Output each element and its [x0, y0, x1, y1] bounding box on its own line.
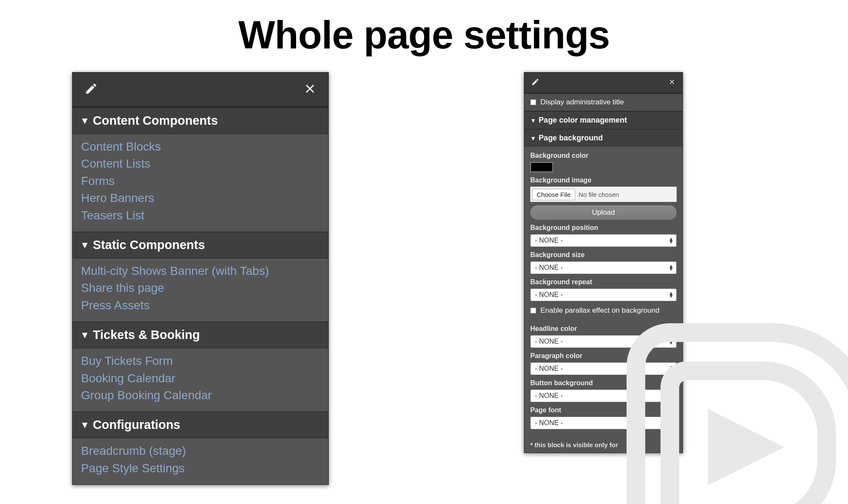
bg-repeat-label: Background repeat	[530, 278, 677, 286]
admin-title-row[interactable]: Display administrative title	[524, 94, 683, 111]
link-share-page[interactable]: Share this page	[81, 280, 320, 297]
section-static-components[interactable]: ▼Static Components	[73, 232, 328, 258]
link-content-blocks[interactable]: Content Blocks	[81, 138, 320, 155]
link-teasers-list[interactable]: Teasers List	[81, 207, 320, 224]
close-icon[interactable]	[304, 82, 316, 97]
bg-size-label: Background size	[530, 251, 677, 259]
panel-header	[524, 73, 683, 94]
file-input-row: Choose File No file chosen	[530, 187, 677, 202]
section-body: Buy Tickets Form Booking Calendar Group …	[73, 348, 328, 412]
caret-down-icon: ▼	[80, 420, 90, 430]
link-press-assets[interactable]: Press Assets	[81, 297, 320, 314]
bg-position-label: Background position	[530, 224, 677, 232]
select-value: - NONE -	[535, 264, 563, 272]
admin-title-checkbox[interactable]	[530, 99, 536, 105]
upload-button[interactable]: Upload	[530, 205, 677, 220]
slide-title: Whole page settings	[0, 13, 848, 57]
bg-position-select[interactable]: - NONE - ▲▼	[530, 234, 677, 247]
select-value: - NONE -	[535, 392, 563, 400]
select-arrows-icon: ▲▼	[669, 265, 674, 271]
section-title: Content Components	[93, 114, 218, 127]
section-body: Content Blocks Content Lists Forms Hero …	[73, 134, 328, 232]
link-content-lists[interactable]: Content Lists	[81, 155, 320, 172]
components-panel: ▼Content Components Content Blocks Conte…	[72, 72, 329, 485]
choose-file-button[interactable]: Choose File	[532, 189, 575, 200]
panel-header	[73, 73, 328, 107]
caret-down-icon: ▼	[530, 117, 536, 124]
link-forms[interactable]: Forms	[81, 173, 320, 190]
section-configurations[interactable]: ▼Configurations	[73, 412, 328, 438]
subsection-title: Page background	[539, 134, 603, 142]
caret-down-icon: ▼	[80, 115, 90, 126]
close-icon[interactable]	[668, 78, 676, 87]
section-title: Tickets & Booking	[93, 328, 200, 342]
bg-size-select[interactable]: - NONE - ▲▼	[530, 261, 677, 274]
link-group-booking[interactable]: Group Booking Calendar	[81, 387, 320, 404]
select-arrows-icon: ▲▼	[669, 238, 674, 244]
subsection-title: Page color management	[539, 116, 627, 124]
select-value: - NONE -	[535, 291, 563, 299]
section-content-components[interactable]: ▼Content Components	[73, 107, 328, 134]
section-tickets-booking[interactable]: ▼Tickets & Booking	[73, 322, 328, 348]
section-body: Multi-city Shows Banner (with Tabs) Shar…	[73, 258, 328, 322]
section-title: Static Components	[93, 238, 205, 252]
link-hero-banners[interactable]: Hero Banners	[81, 190, 320, 207]
page-background-header[interactable]: ▼Page background	[524, 129, 683, 147]
link-buy-tickets[interactable]: Buy Tickets Form	[81, 353, 320, 370]
select-value: - NONE -	[535, 338, 563, 345]
bg-color-label: Background color	[530, 152, 677, 160]
select-value: - NONE -	[535, 365, 563, 372]
link-booking-calendar[interactable]: Booking Calendar	[81, 370, 320, 387]
page-color-mgmt-header[interactable]: ▼Page color management	[524, 111, 683, 129]
bg-image-label: Background image	[530, 176, 677, 184]
section-title: Configurations	[93, 418, 180, 431]
parallax-checkbox[interactable]	[530, 308, 536, 314]
link-breadcrumb-stage[interactable]: Breadcrumb (stage)	[81, 442, 320, 459]
caret-down-icon: ▼	[80, 330, 90, 340]
link-page-style-settings[interactable]: Page Style Settings	[81, 460, 320, 477]
pencil-icon	[84, 82, 98, 97]
caret-down-icon: ▼	[530, 135, 536, 142]
select-value: - NONE -	[535, 237, 563, 244]
brand-logo-watermark	[602, 299, 848, 504]
pencil-icon	[531, 78, 540, 88]
admin-title-label: Display administrative title	[540, 98, 624, 106]
bg-color-swatch[interactable]	[530, 162, 553, 172]
select-value: - NONE -	[535, 419, 563, 427]
select-arrows-icon: ▲▼	[669, 292, 674, 298]
section-body: Breadcrumb (stage) Page Style Settings	[73, 438, 328, 484]
link-multicity-banner[interactable]: Multi-city Shows Banner (with Tabs)	[81, 263, 320, 280]
caret-down-icon: ▼	[80, 240, 90, 250]
file-status-text: No file chosen	[579, 191, 619, 198]
